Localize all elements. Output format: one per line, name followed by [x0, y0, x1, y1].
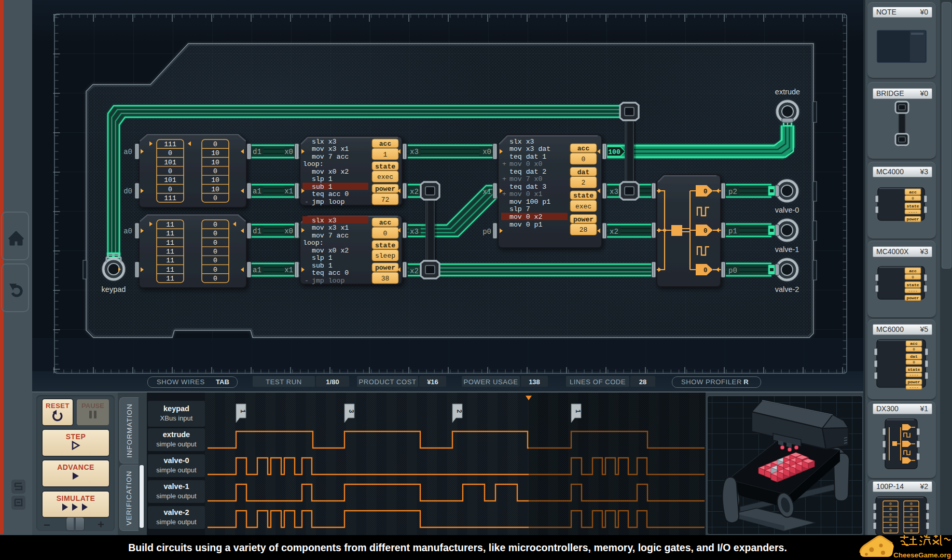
svg-text:0: 0 [889, 517, 892, 522]
svg-text:0: 0 [213, 275, 217, 283]
svg-text:loop:: loop: [303, 239, 324, 247]
svg-text:jmp loop: jmp loop [312, 198, 344, 206]
svg-text:101: 101 [164, 159, 176, 166]
svg-text:0: 0 [910, 517, 913, 522]
svg-text:11: 11 [166, 230, 174, 237]
svg-text:p1: p1 [728, 227, 737, 235]
svg-text:power: power [906, 217, 919, 221]
svg-text:11: 11 [166, 248, 174, 256]
svg-text:-: - [305, 277, 309, 285]
svg-text:acc: acc [379, 140, 392, 148]
svg-text:acc: acc [379, 219, 392, 227]
svg-text:x1: x1 [284, 266, 293, 274]
svg-text:0: 0 [889, 528, 892, 533]
svg-text:11: 11 [166, 275, 174, 283]
svg-text:0: 0 [703, 188, 708, 195]
svg-text:x0: x0 [482, 148, 491, 156]
svg-text:0: 0 [168, 186, 172, 193]
svg-text:11: 11 [166, 221, 174, 229]
svg-text:CheeseGame.org: CheeseGame.org [893, 551, 951, 559]
svg-text:100: 100 [608, 148, 620, 156]
svg-text:x0: x0 [284, 227, 293, 235]
svg-text:0: 0 [889, 512, 892, 517]
svg-text:101: 101 [164, 176, 176, 184]
svg-text:power: power [907, 380, 920, 384]
svg-text:10: 10 [211, 176, 219, 184]
svg-text:-: - [305, 198, 309, 206]
svg-text:0: 0 [910, 528, 913, 533]
svg-text:10: 10 [211, 159, 219, 166]
svg-text:x2: x2 [410, 267, 419, 275]
svg-text:power: power [375, 185, 395, 193]
svg-text:x0: x0 [284, 148, 293, 156]
svg-text:extrude: extrude [775, 88, 800, 96]
svg-text:d0: d0 [123, 187, 132, 195]
svg-text:0: 0 [213, 194, 217, 202]
svg-text:+: + [502, 175, 506, 183]
svg-text:acc: acc [577, 145, 590, 152]
svg-text:sub 1: sub 1 [312, 183, 333, 191]
svg-text:111: 111 [164, 141, 176, 148]
svg-text:2: 2 [456, 410, 463, 413]
svg-text:10: 10 [211, 149, 219, 157]
svg-text:0: 0 [910, 512, 913, 517]
svg-text:38: 38 [381, 275, 390, 283]
svg-text:state: state [906, 283, 919, 287]
svg-text:exec: exec [575, 203, 591, 211]
svg-text:0: 0 [913, 360, 915, 365]
svg-text:0: 0 [213, 230, 217, 237]
svg-text:2: 2 [582, 179, 586, 187]
svg-text:3: 3 [348, 410, 355, 413]
svg-text:x3: x3 [610, 188, 618, 196]
svg-text:a0: a0 [123, 148, 132, 156]
svg-text:slx x3: slx x3 [312, 217, 337, 225]
svg-text:0: 0 [213, 266, 217, 274]
svg-text:0: 0 [889, 507, 892, 511]
svg-text:0: 0 [213, 248, 217, 256]
svg-text:x3: x3 [410, 148, 419, 156]
svg-text:sub 1: sub 1 [312, 262, 333, 270]
svg-text:28: 28 [580, 226, 588, 234]
svg-text:valve-1: valve-1 [775, 245, 799, 254]
svg-text:slx x3: slx x3 [312, 138, 337, 146]
svg-text:11: 11 [166, 257, 174, 264]
svg-text:sleep: sleep [375, 252, 395, 260]
svg-text:exec: exec [377, 173, 393, 181]
svg-text:teq dat 2: teq dat 2 [509, 168, 546, 176]
svg-text:loop:: loop: [303, 160, 324, 168]
svg-text:teq dat 1: teq dat 1 [509, 153, 546, 161]
svg-text:x2: x2 [610, 228, 618, 236]
svg-text:11: 11 [166, 266, 174, 274]
svg-text:keypad: keypad [102, 285, 126, 293]
svg-text:slp 1: slp 1 [312, 175, 333, 183]
svg-text:mov 7 x0: mov 7 x0 [509, 175, 542, 183]
svg-text:0: 0 [889, 523, 892, 527]
svg-text:mov 100 p1: mov 100 p1 [509, 198, 550, 206]
svg-text:state: state [573, 192, 594, 200]
svg-text:dat: dat [577, 169, 589, 176]
svg-text:mov 0 x0: mov 0 x0 [509, 160, 542, 168]
svg-text:x3: x3 [410, 228, 419, 236]
svg-text:1: 1 [574, 410, 582, 413]
svg-text:a1: a1 [253, 266, 261, 274]
svg-text:power: power [573, 216, 594, 223]
svg-text:dat: dat [910, 354, 918, 359]
svg-text:+: + [502, 190, 506, 198]
svg-text:mov x0 x2: mov x0 x2 [312, 168, 349, 176]
svg-text:acc: acc [909, 269, 917, 273]
svg-text:state: state [907, 367, 920, 372]
svg-text:d1: d1 [253, 148, 261, 156]
svg-text:x2: x2 [410, 188, 419, 196]
svg-text:mov x3 dat: mov x3 dat [509, 145, 550, 153]
svg-text:power: power [906, 296, 919, 300]
svg-text:teq dat 3: teq dat 3 [509, 183, 546, 191]
svg-text:----: ---- [908, 210, 917, 214]
svg-text:x1: x1 [482, 188, 491, 196]
svg-text:+: + [502, 160, 506, 168]
svg-text:0: 0 [889, 501, 892, 506]
svg-text:p0: p0 [482, 228, 491, 236]
svg-text:mov x3 x1: mov x3 x1 [312, 224, 349, 232]
svg-text:state: state [375, 163, 395, 171]
svg-text:0: 0 [912, 197, 914, 201]
svg-text:0: 0 [168, 167, 172, 175]
